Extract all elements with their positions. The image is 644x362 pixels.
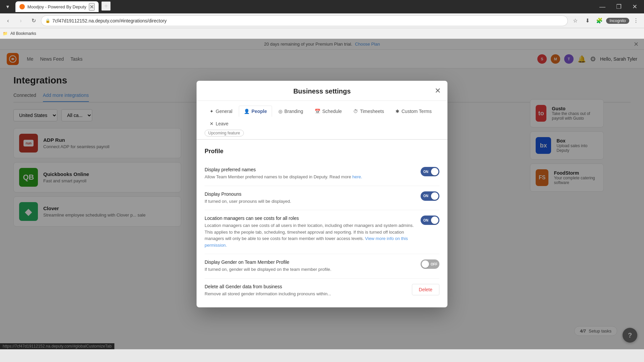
location-managers-label: Location managers can see costs for all … [205,216,414,221]
custom-terms-tab-label: Custom Terms [401,109,432,114]
toggle-knob-2 [431,192,438,200]
toggle-knob [431,168,438,175]
people-tab-icon: 👤 [244,109,250,114]
tab-custom-terms[interactable]: ✱ Custom Terms [390,106,437,117]
display-gender-row: Display Gender on Team Member Profile If… [205,254,439,279]
display-gender-info: Display Gender on Team Member Profile If… [205,259,414,273]
modal-header: Business settings ✕ [197,81,447,101]
tab-general[interactable]: ✦ General [205,106,237,117]
toggle-on-label-2: ON [423,194,428,198]
delete-gender-desc: Remove all stored gender information inc… [205,291,405,297]
general-tab-icon: ✦ [210,109,214,114]
minimize-button[interactable]: — [595,0,609,13]
tab-schedule[interactable]: 📅 Schedule [310,106,347,117]
browser-tab: Moodjoy - Powered By Deputy ✕ [15,1,99,12]
menu-button[interactable]: ⋮ [631,15,641,26]
back-button[interactable]: ‹ [3,15,13,26]
display-pronouns-control: ON [421,191,439,201]
url-text: 7cf47d19112152.na.deputy.com/#integratio… [52,18,564,23]
new-tab-button[interactable]: + [101,1,111,11]
maximize-button[interactable]: ❐ [612,0,626,13]
schedule-tab-label: Schedule [322,109,342,114]
delete-gender-control: Delete [412,284,439,295]
section-title: Profile [205,148,439,155]
star-button[interactable]: ☆ [570,15,581,26]
display-preferred-names-row: Display preferred names Allow Team Membe… [205,162,439,186]
modal-tabs: ✦ General 👤 People ◎ Branding 📅 Schedule [197,101,447,140]
modal-body: Profile Display preferred names Allow Te… [197,140,447,307]
location-managers-control: ON [421,216,439,225]
leave-tab-icon: ✕ [210,121,214,126]
tab-branding[interactable]: ◎ Branding [273,106,308,117]
modal-overlay: Business settings ✕ ✦ General 👤 People ◎ [0,39,644,349]
display-gender-control: OFF [421,259,439,269]
tab-favicon [19,4,25,9]
toggle-on-label-3: ON [423,219,428,222]
custom-terms-tab-icon: ✱ [395,109,399,114]
display-gender-desc: If turned on, gender will be displayed o… [205,266,414,273]
bookmarks-label: All Bookmarks [10,31,36,36]
bookmarks-icon: 📁 [3,31,8,36]
display-preferred-names-info: Display preferred names Allow Team Membe… [205,167,414,180]
toggle-on-label: ON [423,170,428,174]
people-tab-label: People [252,109,267,114]
tab-close-button[interactable]: ✕ [89,3,95,11]
forward-button[interactable]: › [15,15,26,26]
branding-tab-icon: ◎ [278,109,282,114]
extensions-button[interactable]: 🧩 [594,15,605,26]
location-managers-row: Location managers can see costs for all … [205,210,439,254]
delete-gender-button[interactable]: Delete [412,284,439,295]
address-bar: 🔒 7cf47d19112152.na.deputy.com/#integrat… [41,15,568,26]
download-button[interactable]: ⬇ [582,15,593,26]
display-pronouns-row: Display Pronouns If turned on, user pron… [205,186,439,210]
location-managers-link[interactable]: View more info on this permission. [205,236,408,248]
bookmarks-bar: 📁 All Bookmarks [0,28,644,39]
preferred-names-link[interactable]: here. [352,174,362,179]
location-managers-info: Location managers can see costs for all … [205,216,414,248]
delete-gender-label: Delete all Gender data from business [205,284,405,289]
location-managers-toggle[interactable]: ON [421,216,439,225]
preferred-names-toggle[interactable]: ON [421,167,439,176]
delete-gender-info: Delete all Gender data from business Rem… [205,284,405,297]
display-pronouns-desc: If turned on, user pronouns will be disp… [205,198,414,205]
branding-tab-label: Branding [284,109,303,114]
schedule-tab-icon: 📅 [315,109,320,114]
timesheets-tab-icon: ⏱ [353,109,358,114]
display-preferred-names-desc: Allow Team Member preferred names to be … [205,174,414,180]
modal-close-button[interactable]: ✕ [435,87,441,95]
incognito-badge: Incognito [606,18,629,24]
display-pronouns-label: Display Pronouns [205,191,414,197]
toolbar-actions: ☆ ⬇ 🧩 Incognito ⋮ [570,15,641,26]
leave-tab-label: Leave [216,121,228,126]
general-tab-label: General [216,109,232,114]
app-content: 20 days remaining of your Premium Plan t… [0,39,644,349]
gender-toggle[interactable]: OFF [421,259,439,269]
modal-title: Business settings [293,87,351,95]
browser-titlebar: ▼ Moodjoy - Powered By Deputy ✕ + — ❐ ✕ [0,0,644,13]
display-pronouns-info: Display Pronouns If turned on, user pron… [205,191,414,205]
upcoming-feature-badge: Upcoming feature [205,130,244,136]
tab-list-button[interactable]: ▼ [3,3,13,11]
timesheets-tab-label: Timesheets [360,109,384,114]
toggle-knob-3 [431,217,438,224]
tab-timesheets[interactable]: ⏱ Timesheets [348,106,389,117]
location-managers-desc: Location managers can see costs of all u… [205,222,414,248]
tab-leave[interactable]: ✕ Leave [205,118,233,129]
lock-icon: 🔒 [45,18,50,23]
browser-chrome: ▼ Moodjoy - Powered By Deputy ✕ + — ❐ ✕ … [0,0,644,39]
tab-people[interactable]: 👤 People [239,106,272,117]
business-settings-modal: Business settings ✕ ✦ General 👤 People ◎ [197,81,447,307]
browser-toolbar: ‹ › ↻ 🔒 7cf47d19112152.na.deputy.com/#in… [0,13,644,28]
toggle-knob-4 [422,260,429,268]
tab-title: Moodjoy - Powered By Deputy [28,4,87,9]
display-preferred-names-control: ON [421,167,439,176]
display-gender-label: Display Gender on Team Member Profile [205,259,414,265]
display-preferred-names-label: Display preferred names [205,167,414,172]
pronouns-toggle[interactable]: ON [421,191,439,201]
toggle-off-label: OFF [431,262,437,266]
refresh-button[interactable]: ↻ [28,15,39,26]
close-window-button[interactable]: ✕ [628,0,641,13]
delete-gender-row: Delete all Gender data from business Rem… [205,279,439,303]
